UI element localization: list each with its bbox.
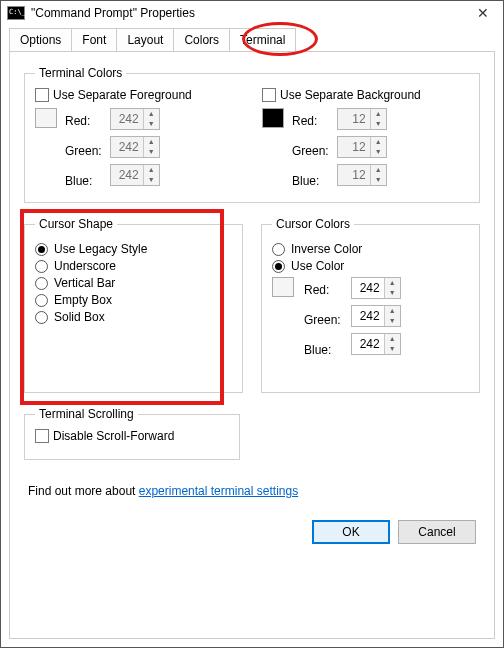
fg-red-input[interactable] [111,109,143,129]
cursor-colors-group: Cursor Colors Inverse Color Use Color Re… [261,217,480,393]
disable-scrollfwd-label: Disable Scroll-Forward [53,429,174,443]
fg-green-spinner[interactable]: ▲▼ [110,136,160,158]
cursor-solid-label: Solid Box [54,310,105,324]
cursor-inverse-label: Inverse Color [291,242,362,256]
up-icon[interactable]: ▲ [144,165,159,175]
cursor-inverse-radio[interactable] [272,243,285,256]
cursor-legacy-radio[interactable] [35,243,48,256]
up-icon[interactable]: ▲ [371,137,386,147]
tab-layout[interactable]: Layout [116,28,174,51]
cursor-underscore-radio[interactable] [35,260,48,273]
up-icon[interactable]: ▲ [144,109,159,119]
bg-red-label: Red: [292,110,329,132]
down-icon[interactable]: ▼ [371,175,386,185]
separate-foreground-checkbox[interactable] [35,88,49,102]
separate-foreground-label: Use Separate Foreground [53,88,192,102]
up-icon[interactable]: ▲ [144,137,159,147]
dialog-buttons: OK Cancel [24,512,480,544]
terminal-colors-legend: Terminal Colors [35,66,126,80]
up-icon[interactable]: ▲ [385,334,400,344]
foreground-swatch[interactable] [35,108,57,128]
bg-green-input[interactable] [338,137,370,157]
down-icon[interactable]: ▼ [371,147,386,157]
window-title: "Command Prompt" Properties [31,6,469,20]
separate-background-label: Use Separate Background [280,88,421,102]
cursor-shape-legend: Cursor Shape [35,217,117,231]
up-icon[interactable]: ▲ [385,306,400,316]
cc-green-input[interactable] [352,306,384,326]
fg-blue-spinner[interactable]: ▲▼ [110,164,160,186]
terminal-colors-group: Terminal Colors Use Separate Foreground … [24,66,480,203]
down-icon[interactable]: ▼ [144,119,159,129]
disable-scrollfwd-checkbox[interactable] [35,429,49,443]
bg-green-label: Green: [292,140,329,162]
separate-background-checkbox[interactable] [262,88,276,102]
cursor-usecolor-label: Use Color [291,259,344,273]
bg-red-input[interactable] [338,109,370,129]
bg-blue-input[interactable] [338,165,370,185]
tab-font[interactable]: Font [71,28,117,51]
fg-red-spinner[interactable]: ▲▼ [110,108,160,130]
fg-red-label: Red: [65,110,102,132]
cc-green-spinner[interactable]: ▲▼ [351,305,401,327]
up-icon[interactable]: ▲ [385,278,400,288]
fg-green-label: Green: [65,140,102,162]
cursor-color-swatch[interactable] [272,277,294,297]
bg-blue-spinner[interactable]: ▲▼ [337,164,387,186]
down-icon[interactable]: ▼ [385,316,400,326]
cursor-solid-radio[interactable] [35,311,48,324]
cc-blue-input[interactable] [352,334,384,354]
experimental-settings-link[interactable]: experimental terminal settings [139,484,298,498]
tab-terminal[interactable]: Terminal [229,28,296,51]
bg-red-spinner[interactable]: ▲▼ [337,108,387,130]
terminal-scrolling-group: Terminal Scrolling Disable Scroll-Forwar… [24,407,240,460]
cursor-legacy-label: Use Legacy Style [54,242,147,256]
cursor-colors-legend: Cursor Colors [272,217,354,231]
cc-blue-label: Blue: [304,339,341,361]
down-icon[interactable]: ▼ [385,288,400,298]
cc-green-label: Green: [304,309,341,331]
cursor-usecolor-radio[interactable] [272,260,285,273]
cursor-underscore-label: Underscore [54,259,116,273]
info-line: Find out more about experimental termina… [28,484,480,498]
tab-panel-terminal: Terminal Colors Use Separate Foreground … [9,51,495,639]
down-icon[interactable]: ▼ [144,175,159,185]
fg-blue-input[interactable] [111,165,143,185]
tab-colors[interactable]: Colors [173,28,230,51]
close-button[interactable]: ✕ [469,5,497,21]
cc-blue-spinner[interactable]: ▲▼ [351,333,401,355]
cursor-empty-label: Empty Box [54,293,112,307]
cmd-icon [7,6,25,20]
tab-strip: Options Font Layout Colors Terminal [1,25,503,51]
up-icon[interactable]: ▲ [371,165,386,175]
fg-green-input[interactable] [111,137,143,157]
cursor-vbar-label: Vertical Bar [54,276,115,290]
cursor-vbar-radio[interactable] [35,277,48,290]
bg-blue-label: Blue: [292,170,329,192]
terminal-scrolling-legend: Terminal Scrolling [35,407,138,421]
ok-button[interactable]: OK [312,520,390,544]
down-icon[interactable]: ▼ [144,147,159,157]
cancel-button[interactable]: Cancel [398,520,476,544]
info-prefix: Find out more about [28,484,139,498]
down-icon[interactable]: ▼ [385,344,400,354]
bg-green-spinner[interactable]: ▲▼ [337,136,387,158]
cc-red-input[interactable] [352,278,384,298]
properties-window: "Command Prompt" Properties ✕ Options Fo… [0,0,504,648]
cursor-empty-radio[interactable] [35,294,48,307]
fg-blue-label: Blue: [65,170,102,192]
tab-options[interactable]: Options [9,28,72,51]
cc-red-label: Red: [304,279,341,301]
down-icon[interactable]: ▼ [371,119,386,129]
titlebar: "Command Prompt" Properties ✕ [1,1,503,25]
background-swatch[interactable] [262,108,284,128]
cursor-shape-group: Cursor Shape Use Legacy Style Underscore… [24,217,243,393]
up-icon[interactable]: ▲ [371,109,386,119]
cc-red-spinner[interactable]: ▲▼ [351,277,401,299]
